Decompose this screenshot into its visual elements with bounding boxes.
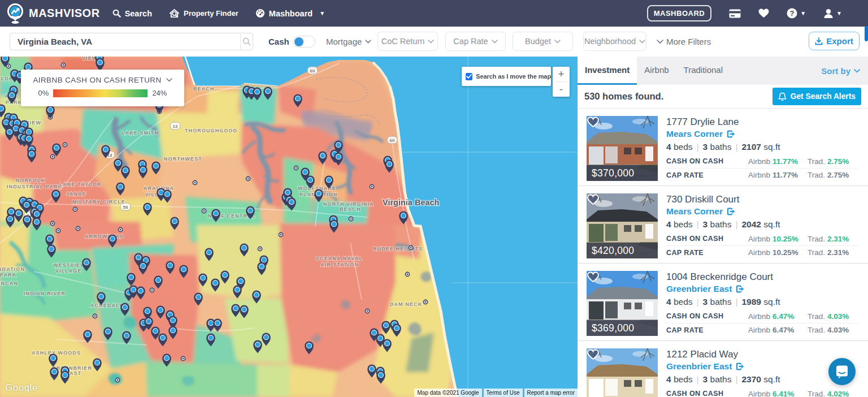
map-dot[interactable] xyxy=(405,272,410,277)
export-button[interactable]: Export xyxy=(809,32,860,50)
beds-baths-size: 4 beds|3 baths|2107 sq.ft xyxy=(666,142,859,152)
sqft-label: sq.ft xyxy=(763,219,780,229)
neighborhood-link[interactable]: Mears Corner xyxy=(666,206,723,217)
stat-row-cash-on-cash: CASH ON CASHAirbnb6.41%Trad.4.02% xyxy=(666,387,859,397)
listing-card[interactable]: $420,000 730 Driskill Court Mears Corner… xyxy=(578,186,868,264)
favorite-heart-icon[interactable] xyxy=(587,348,600,360)
map-dot[interactable] xyxy=(93,314,98,319)
separator: | xyxy=(731,142,741,152)
neighborhood-row[interactable]: Greenbrier East xyxy=(666,284,859,294)
map-dot[interactable] xyxy=(349,217,354,222)
map-dot[interactable] xyxy=(365,309,370,314)
more-filters-button[interactable]: More Filters xyxy=(657,27,711,57)
map-dot[interactable] xyxy=(63,143,68,148)
stat-row-cash-on-cash: CASH ON CASHAirbnb11.77%Trad.2.75% xyxy=(666,154,859,168)
listing-photo[interactable]: $420,000 xyxy=(587,193,658,258)
listing-photo[interactable]: $370,000 xyxy=(587,116,658,181)
nav-item-mashboard[interactable]: Mashboard ▼ xyxy=(255,8,325,18)
search-as-move-control[interactable]: Search as I move the map xyxy=(462,67,551,86)
search-input[interactable] xyxy=(10,37,240,46)
checkbox-checked-icon[interactable] xyxy=(466,73,472,80)
neighborhood-link[interactable]: Mears Corner xyxy=(666,129,723,139)
filter-button-budget[interactable]: Budget xyxy=(513,32,573,51)
mashboard-button[interactable]: MASHBOARD xyxy=(647,5,711,21)
map-dot[interactable] xyxy=(246,176,251,182)
map-dot[interactable] xyxy=(76,226,81,231)
map-dot[interactable] xyxy=(61,63,66,68)
search-as-move-label: Search as I move the map xyxy=(476,73,551,80)
zoom-in-button[interactable]: + xyxy=(553,67,570,81)
listing-card[interactable]: $369,000 1004 Breckenridge Court Greenbr… xyxy=(578,264,868,341)
stat-traditional: Trad.4.02% xyxy=(808,390,849,397)
page-scrollbar-thumb[interactable] xyxy=(865,26,868,41)
favorite-heart-icon[interactable] xyxy=(587,116,600,128)
map-dot[interactable] xyxy=(423,300,428,305)
map-neighborhood-label: DAM NECK xyxy=(390,301,422,307)
map-dot[interactable] xyxy=(294,166,299,171)
tab-airbnb[interactable]: Airbnb xyxy=(637,57,676,85)
map[interactable]: 606013135864 VIEWLDENASHPARKBEACHHVIEWLA… xyxy=(0,57,578,397)
get-search-alerts-button[interactable]: Get Search Alerts xyxy=(772,88,861,105)
zoom-out-button[interactable]: - xyxy=(553,82,570,97)
listing-photo[interactable] xyxy=(587,348,658,397)
results-count: 530 homes found. xyxy=(584,91,663,102)
filter-button-coc-return[interactable]: CoC Return xyxy=(377,32,438,51)
mashvisor-logo[interactable]: MASHVISOR xyxy=(6,3,100,24)
map-dot[interactable] xyxy=(370,184,375,189)
map-dot[interactable] xyxy=(193,180,198,185)
listing-card[interactable]: 1212 Placid Way Greenbrier East 4 beds|3… xyxy=(578,341,868,397)
more-filters-label: More Filters xyxy=(666,37,711,46)
nav-item-search[interactable]: Search xyxy=(112,9,152,18)
cash-mortgage-toggle[interactable] xyxy=(293,36,315,48)
map-dot[interactable] xyxy=(150,288,155,293)
tab-investment[interactable]: Investment xyxy=(578,57,637,85)
tab-traditional[interactable]: Traditional xyxy=(676,57,730,85)
listing-address[interactable]: 1004 Breckenridge Court xyxy=(666,271,859,283)
map-neighborhood-label: AIR STATION xyxy=(320,262,359,267)
map-attribution: Map data ©2021 Google Terms of Use Repor… xyxy=(414,389,578,397)
search-icon[interactable] xyxy=(241,37,253,46)
neighborhood-link[interactable]: Greenbrier East xyxy=(666,361,732,372)
stat-row-cap-rate: CAP RATEAirbnb10.25%Trad.2.31% xyxy=(666,245,859,259)
favorite-heart-icon[interactable] xyxy=(587,271,600,283)
sqft-label: sq.ft xyxy=(763,374,780,384)
separator: | xyxy=(693,142,703,152)
map-dot[interactable] xyxy=(73,207,78,212)
favorite-heart-icon[interactable] xyxy=(587,193,600,205)
cash-label: Cash xyxy=(268,27,289,57)
map-neighborhood-label: ARROWHEAD xyxy=(85,234,124,239)
neighborhood-link[interactable]: Greenbrier East xyxy=(666,284,732,294)
listing-address[interactable]: 1212 Placid Way xyxy=(666,349,859,360)
listing-address[interactable]: 1777 Drylie Lane xyxy=(666,116,859,128)
map-dot[interactable] xyxy=(56,228,61,234)
map-dot[interactable] xyxy=(279,232,284,238)
billing-card-icon[interactable] xyxy=(729,9,741,18)
map-dot[interactable] xyxy=(258,247,263,252)
favorites-heart-icon[interactable] xyxy=(758,8,769,18)
filter-button-neighborhood[interactable]: Neighborhood xyxy=(583,32,646,51)
map-dot[interactable] xyxy=(50,221,55,226)
map-dot[interactable] xyxy=(202,209,207,214)
help-menu[interactable]: ? ▼ xyxy=(787,8,806,19)
chat-launcher-button[interactable] xyxy=(828,358,856,385)
sort-by-dropdown[interactable]: Sort by xyxy=(821,57,868,85)
listing-photo[interactable]: $369,000 xyxy=(587,271,658,336)
map-dot[interactable] xyxy=(118,227,123,232)
nav-item-property-finder[interactable]: Property Finder xyxy=(169,8,238,18)
filter-label: CoC Return xyxy=(381,37,425,46)
filter-button-cap-rate[interactable]: Cap Rate xyxy=(445,32,506,51)
listing-card[interactable]: $370,000 1777 Drylie Lane Mears Corner 4… xyxy=(578,109,868,186)
user-menu[interactable]: ▼ xyxy=(823,8,842,19)
report-map-error-link[interactable]: Report a map error xyxy=(524,389,578,397)
terms-of-use-link[interactable]: Terms of Use xyxy=(484,389,523,397)
listing-address[interactable]: 730 Driskill Court xyxy=(666,194,859,205)
map-dot[interactable] xyxy=(409,245,414,251)
map-dot[interactable] xyxy=(181,356,186,361)
legend-title-row[interactable]: AIRBNB CASH ON CASH RETURN xyxy=(21,76,184,84)
map-dot[interactable] xyxy=(50,154,55,159)
neighborhood-row[interactable]: Mears Corner xyxy=(666,129,859,139)
neighborhood-row[interactable]: Mears Corner xyxy=(666,206,859,217)
mortgage-dropdown[interactable]: Mortgage xyxy=(326,27,371,57)
map-dot[interactable] xyxy=(115,378,120,383)
map-neighborhood-label: LAKE SMITH xyxy=(121,130,159,136)
